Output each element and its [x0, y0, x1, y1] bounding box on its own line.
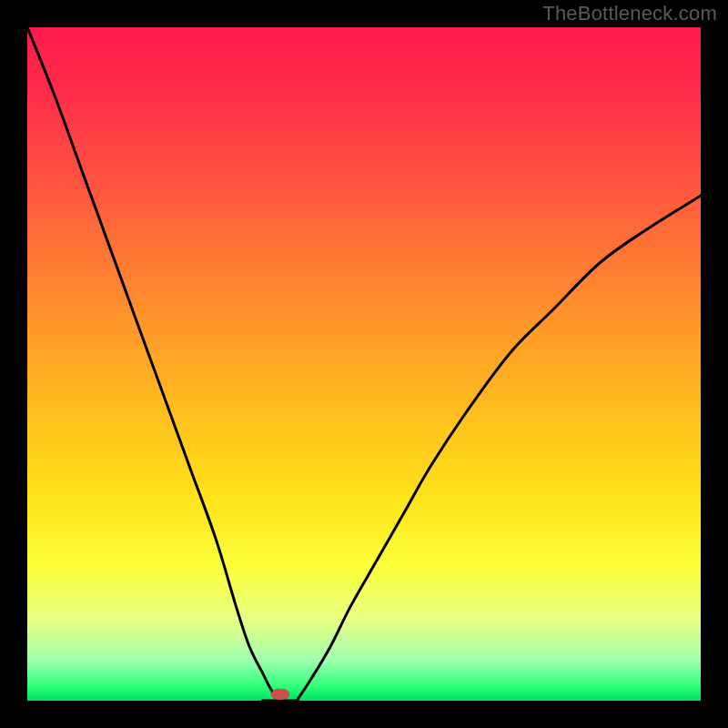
chart-frame: TheBottleneck.com: [0, 0, 728, 728]
watermark-text: TheBottleneck.com: [542, 2, 717, 25]
optimal-point-marker: [271, 689, 289, 700]
plot-area: [27, 27, 701, 701]
severity-gradient-background: [27, 27, 701, 701]
